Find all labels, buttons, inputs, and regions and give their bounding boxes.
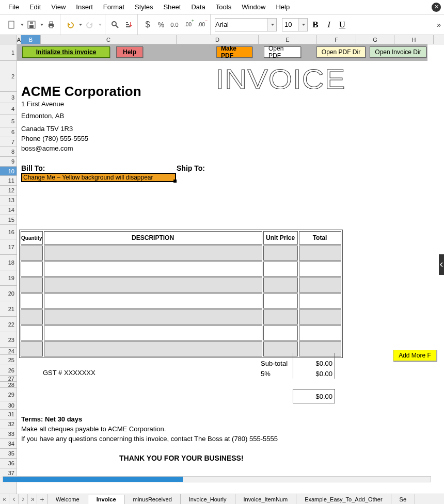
row-header-27[interactable]: 27 bbox=[0, 376, 17, 382]
row-header-14[interactable]: 14 bbox=[0, 205, 17, 215]
menu-file[interactable]: File bbox=[3, 1, 24, 13]
cell[interactable] bbox=[21, 342, 43, 356]
initialize-invoice-button[interactable]: Initialize this invoice bbox=[22, 46, 110, 58]
cell[interactable] bbox=[299, 246, 341, 261]
sheet-tab-Invoice_Hourly[interactable]: Invoice_Hourly bbox=[181, 494, 235, 504]
new-button[interactable] bbox=[6, 19, 18, 30]
cell[interactable] bbox=[21, 278, 43, 292]
undo-button[interactable] bbox=[65, 19, 76, 30]
toolbar-overflow-icon[interactable]: » bbox=[437, 21, 441, 29]
cell[interactable] bbox=[21, 262, 43, 277]
sort-button[interactable] bbox=[123, 19, 134, 30]
open-invoice-dir-button[interactable]: Open Invoice Dir bbox=[370, 46, 426, 58]
row-header-20[interactable]: 20 bbox=[0, 286, 17, 301]
bill-to-input[interactable]: Change Me – Yellow background will disap… bbox=[21, 173, 176, 182]
redo-dropdown-icon[interactable] bbox=[99, 24, 102, 26]
redo-button[interactable] bbox=[84, 19, 96, 30]
make-pdf-button[interactable]: Make PDF bbox=[216, 46, 252, 58]
row-header-18[interactable]: 18 bbox=[0, 255, 17, 270]
menu-format[interactable]: Format bbox=[98, 1, 130, 13]
row-header-9[interactable]: 9 bbox=[0, 157, 17, 167]
undo-dropdown-icon[interactable] bbox=[79, 24, 82, 26]
cell[interactable] bbox=[263, 294, 298, 308]
add-sheet-button[interactable]: + bbox=[37, 494, 47, 504]
sheet-tab-Welcome[interactable]: Welcome bbox=[47, 494, 88, 504]
cell[interactable] bbox=[21, 310, 43, 324]
menu-sheet[interactable]: Sheet bbox=[158, 1, 186, 13]
col-header-F[interactable]: F bbox=[317, 35, 356, 44]
row-header-13[interactable]: 13 bbox=[0, 196, 17, 205]
row-header-3[interactable]: 3 bbox=[0, 92, 17, 103]
row-header-31[interactable]: 31 bbox=[0, 410, 17, 419]
cell[interactable] bbox=[299, 326, 341, 340]
col-header-D[interactable]: D bbox=[177, 35, 259, 44]
cell[interactable] bbox=[299, 294, 341, 308]
row-header-22[interactable]: 22 bbox=[0, 317, 17, 332]
row-header-25[interactable]: 25 bbox=[0, 355, 17, 365]
row-header-16[interactable]: 16 bbox=[0, 225, 17, 239]
row-header-8[interactable]: 8 bbox=[0, 147, 17, 157]
row-header-5[interactable]: 5 bbox=[0, 115, 17, 127]
font-name-dropdown[interactable] bbox=[267, 19, 276, 31]
save-button[interactable] bbox=[26, 19, 37, 30]
cell[interactable] bbox=[263, 246, 298, 261]
cell[interactable] bbox=[263, 326, 298, 340]
tab-last-icon[interactable] bbox=[28, 494, 37, 504]
row-header-19[interactable]: 19 bbox=[0, 270, 17, 286]
add-more-rows-button[interactable]: Add More F bbox=[393, 350, 437, 361]
col-header-B[interactable]: B bbox=[21, 35, 41, 44]
fill-handle[interactable] bbox=[173, 180, 177, 183]
row-header-21[interactable]: 21 bbox=[0, 301, 17, 317]
row-header-33[interactable]: 33 bbox=[0, 429, 17, 439]
font-name-input[interactable] bbox=[215, 21, 267, 28]
cell[interactable] bbox=[21, 294, 43, 308]
menu-help[interactable]: Help bbox=[271, 1, 295, 13]
row-header-30[interactable]: 30 bbox=[0, 401, 17, 410]
row-header-6[interactable]: 6 bbox=[0, 127, 17, 137]
row-header-34[interactable]: 34 bbox=[0, 439, 17, 449]
add-decimal-button[interactable]: .00+ bbox=[182, 19, 194, 30]
tab-prev-icon[interactable] bbox=[9, 494, 19, 504]
tab-first-icon[interactable] bbox=[0, 494, 9, 504]
row-header-4[interactable]: 4 bbox=[0, 103, 17, 115]
menu-view[interactable]: View bbox=[46, 1, 71, 13]
menu-data[interactable]: Data bbox=[186, 1, 210, 13]
cell[interactable] bbox=[263, 278, 298, 292]
cell[interactable] bbox=[263, 310, 298, 324]
col-header-C[interactable]: C bbox=[41, 35, 177, 44]
row-header-10[interactable]: 10 bbox=[0, 167, 17, 176]
row-header-15[interactable]: 15 bbox=[0, 215, 17, 225]
percent-button[interactable]: % bbox=[155, 19, 167, 30]
menu-window[interactable]: Window bbox=[236, 1, 271, 13]
print-button[interactable] bbox=[45, 19, 57, 30]
sheet-tab-Example_Easy_To_Add_Other[interactable]: Example_Easy_To_Add_Other bbox=[296, 494, 391, 504]
font-size-dropdown[interactable] bbox=[298, 19, 307, 31]
row-header-35[interactable]: 35 bbox=[0, 449, 17, 459]
col-header-A[interactable]: A bbox=[17, 35, 21, 44]
tab-next-icon[interactable] bbox=[19, 494, 28, 504]
row-header-36[interactable]: 36 bbox=[0, 459, 17, 468]
row-header-7[interactable]: 7 bbox=[0, 137, 17, 147]
col-header-G[interactable]: G bbox=[356, 35, 394, 44]
cell[interactable] bbox=[299, 278, 341, 292]
remove-decimal-button[interactable]: .00− bbox=[196, 19, 207, 30]
bold-button[interactable]: B bbox=[310, 20, 321, 30]
sheet-tab-Invoice_ItemNum[interactable]: Invoice_ItemNum bbox=[235, 494, 297, 504]
cell[interactable] bbox=[44, 262, 262, 277]
cell[interactable] bbox=[21, 326, 43, 340]
italic-button[interactable]: I bbox=[323, 20, 335, 30]
cell[interactable] bbox=[44, 326, 262, 340]
row-header-1[interactable]: 1 bbox=[0, 44, 17, 61]
row-header-26[interactable]: 26 bbox=[0, 365, 17, 376]
menu-styles[interactable]: Styles bbox=[130, 1, 158, 13]
save-dropdown-icon[interactable] bbox=[40, 24, 43, 26]
row-header-24[interactable]: 24 bbox=[0, 348, 17, 355]
sheet-tab-minusReceived[interactable]: minusReceived bbox=[125, 494, 181, 504]
menu-edit[interactable]: Edit bbox=[24, 1, 46, 13]
close-icon[interactable]: ✕ bbox=[432, 3, 441, 12]
cell[interactable] bbox=[44, 310, 262, 324]
row-header-29[interactable]: 29 bbox=[0, 388, 17, 401]
find-button[interactable] bbox=[109, 19, 121, 30]
col-header-H[interactable]: H bbox=[394, 35, 434, 44]
row-header-2[interactable]: 2 bbox=[0, 61, 17, 92]
